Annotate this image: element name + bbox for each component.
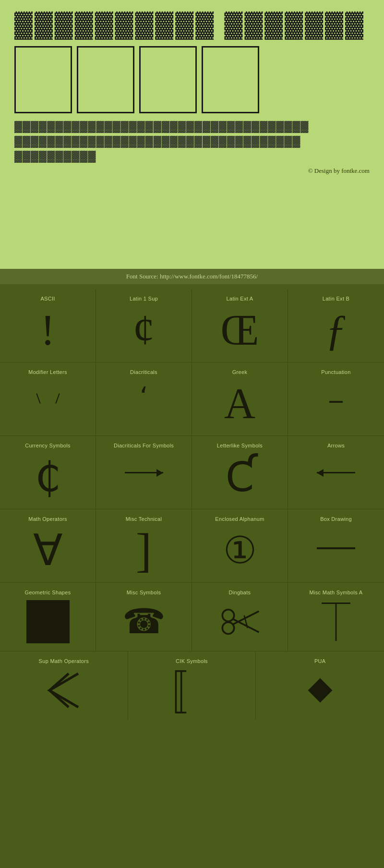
glyph-modifier — [36, 380, 60, 413]
glyph-ascii: ! — [41, 306, 55, 354]
label-latinextb: Latin Ext B — [323, 296, 350, 301]
preview-large-chars — [14, 46, 370, 113]
label-modifier: Modifier Letters — [28, 369, 67, 375]
glyph-miscmathsyma — [322, 600, 350, 643]
label-latinexta: Latin Ext A — [227, 296, 253, 301]
label-miscmathsyma: Misc Math Symbols A — [310, 590, 363, 595]
cell-pua: PUA — [256, 651, 384, 720]
char-row-5: Geometric Shapes Misc Symbols ☎ Dingbats — [0, 583, 384, 651]
label-geomshapes: Geometric Shapes — [25, 590, 71, 595]
font-source-text: Font Source: http://www.fontke.com/font/… — [126, 273, 258, 280]
cell-diacriticals: Diacriticals ʻ — [96, 362, 192, 435]
cell-latinexta: Latin Ext A Œ — [192, 289, 288, 362]
label-encalphanum: Enclosed Alphanum — [215, 516, 264, 522]
cell-ascii: ASCII ! — [0, 289, 96, 362]
glyph-boxdrawing — [317, 527, 355, 570]
cell-supmathops: Sup Math Operators — [0, 651, 128, 720]
glyph-geomshapes — [26, 600, 70, 643]
glyph-encalphanum: ① — [223, 527, 257, 575]
preview-char-3 — [139, 46, 197, 113]
cell-miscmathsyma: Misc Math Symbols A — [288, 583, 384, 651]
label-diacriticals: Diacriticals — [130, 369, 157, 375]
cell-ciksymbols: CIK Symbols 〚 — [128, 651, 256, 720]
glyph-latinextb: ƒ — [325, 306, 347, 354]
glyph-greek: Α — [224, 380, 255, 428]
label-misctech: Misc Technical — [126, 516, 162, 522]
glyph-miscsymbols: ☎ — [122, 600, 166, 643]
glyph-diacriticforsym — [125, 453, 163, 492]
cell-geomshapes: Geometric Shapes — [0, 583, 96, 651]
label-arrows: Arrows — [327, 443, 345, 448]
cell-punctuation: Punctuation – — [288, 362, 384, 435]
label-punctuation: Punctuation — [321, 369, 350, 375]
preview-char-2 — [77, 46, 134, 113]
char-row-2: Modifier Letters Diacriticals ʻ Greek Α … — [0, 362, 384, 436]
label-dingbats: Dingbats — [229, 590, 251, 595]
label-mathops: Math Operators — [28, 516, 67, 522]
cell-boxdrawing: Box Drawing — [288, 509, 384, 582]
label-ascii: ASCII — [40, 296, 55, 301]
label-currency: Currency Symbols — [25, 443, 71, 448]
glyph-currency: ₵ — [35, 453, 61, 501]
scissors-icon — [218, 605, 262, 639]
preview-char-1 — [14, 46, 72, 113]
design-credit: © Design by fontke.com — [14, 167, 370, 178]
glyph-arrows — [317, 453, 355, 492]
char-row-3: Currency Symbols ₵ Diacriticals For Symb… — [0, 436, 384, 509]
label-latin1sup: Latin 1 Sup — [130, 296, 158, 301]
glyph-latinexta: Œ — [220, 306, 259, 354]
glyph-ciksymbols: 〚 — [170, 669, 213, 712]
char-row-1: ASCII ! Latin 1 Sup ¢ Latin Ext A Œ Lati… — [0, 289, 384, 362]
label-pua: PUA — [314, 658, 326, 664]
preview-char-4 — [202, 46, 259, 113]
glyph-supmathops — [45, 669, 83, 712]
preview-section: ▓▓▓▓▓▓▓▓▓▓ ▓▓▓▓▓▓▓ ▓▓▓▓▓▓▓▓▓▓▓▓▓▓▓▓▓▓▓▓▓… — [0, 0, 384, 269]
glyph-mathops: ∀ — [33, 527, 63, 575]
label-letterlike: Letterlike Symbols — [217, 443, 263, 448]
cell-latin1sup: Latin 1 Sup ¢ — [96, 289, 192, 362]
less-equal-icon — [45, 669, 83, 712]
cell-miscsymbols: Misc Symbols ☎ — [96, 583, 192, 651]
glyph-latin1sup: ¢ — [133, 306, 155, 354]
label-diacriticforsym: Diacriticals For Symbols — [114, 443, 174, 448]
cell-greek: Greek Α — [192, 362, 288, 435]
char-row-4: Math Operators ∀ Misc Technical ] Enclos… — [0, 509, 384, 583]
cell-diacriticforsym: Diacriticals For Symbols — [96, 436, 192, 509]
glyph-diacriticals: ʻ — [140, 380, 148, 413]
label-greek: Greek — [232, 369, 247, 375]
glyph-letterlike: Ƈ — [226, 453, 254, 501]
cell-encalphanum: Enclosed Alphanum ① — [192, 509, 288, 582]
glyph-misctech: ] — [136, 527, 152, 575]
preview-title: ▓▓▓▓▓▓▓▓▓▓ ▓▓▓▓▓▓▓ — [14, 10, 370, 38]
font-source-bar: Font Source: http://www.fontke.com/font/… — [0, 269, 384, 284]
cell-dingbats: Dingbats — [192, 583, 288, 651]
glyph-pua — [312, 669, 329, 712]
glyph-punctuation: – — [329, 380, 343, 418]
preview-text-block: ▓▓▓▓▓▓▓▓▓▓▓▓▓▓▓▓▓▓▓▓▓▓▓▓▓▓▓▓▓▓▓▓▓▓▓▓ ▓▓▓… — [14, 119, 370, 163]
cell-misctech: Misc Technical ] — [96, 509, 192, 582]
cell-latinextb: Latin Ext B ƒ — [288, 289, 384, 362]
glyph-dingbats — [218, 600, 262, 643]
char-row-6: Sup Math Operators CIK Symbols 〚 PUA — [0, 651, 384, 720]
cell-mathops: Math Operators ∀ — [0, 509, 96, 582]
cell-currency: Currency Symbols ₵ — [0, 436, 96, 509]
cell-modifier: Modifier Letters — [0, 362, 96, 435]
label-supmathops: Sup Math Operators — [39, 658, 89, 664]
cell-arrows: Arrows — [288, 436, 384, 509]
label-boxdrawing: Box Drawing — [320, 516, 352, 522]
character-grid: ASCII ! Latin 1 Sup ¢ Latin Ext A Œ Lati… — [0, 284, 384, 724]
label-miscsymbols: Misc Symbols — [127, 590, 161, 595]
cell-letterlike: Letterlike Symbols Ƈ — [192, 436, 288, 509]
label-ciksymbols: CIK Symbols — [176, 658, 208, 664]
